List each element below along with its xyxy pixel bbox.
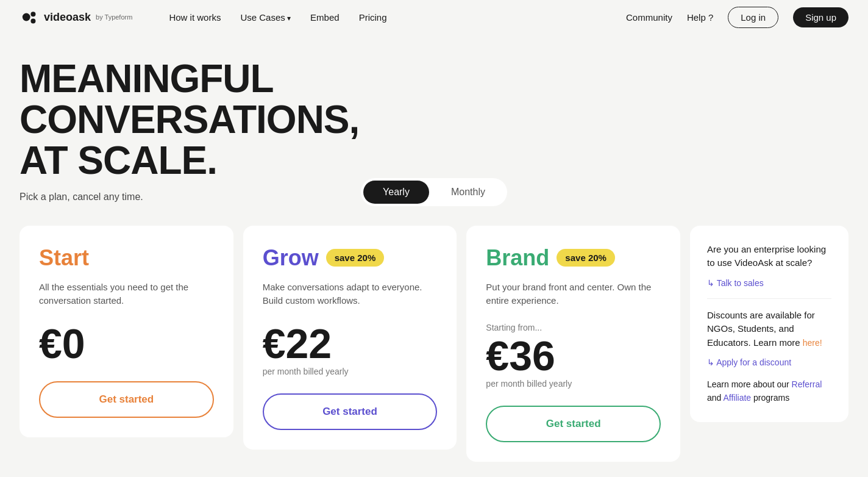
and-text: and — [707, 393, 721, 403]
plan-desc-start: All the essentials you need to get the c… — [39, 281, 214, 308]
nav-right-links: Community Help ? — [626, 12, 713, 23]
plan-card-grow: Grow save 20% Make conversations adapt t… — [243, 226, 457, 450]
hero-title: MEANINGFUL CONVERSATIONS, AT SCALE. — [20, 59, 276, 182]
enterprise-card: Are you an enterprise looking to use Vid… — [690, 226, 848, 422]
svg-point-2 — [30, 18, 35, 23]
navbar: videoask by Typeform How it works Use Ca… — [0, 0, 868, 34]
plan-billing-grow: per month billed yearly — [263, 367, 438, 376]
talk-to-sales-link[interactable]: Talk to sales — [707, 278, 764, 288]
get-started-brand[interactable]: Get started — [486, 406, 661, 442]
plan-name-brand: Brand — [486, 245, 549, 271]
svg-point-1 — [30, 12, 35, 16]
nav-use-cases[interactable]: Use Cases — [240, 12, 291, 23]
nav-help[interactable]: Help ? — [687, 12, 713, 23]
nav-pricing[interactable]: Pricing — [359, 12, 387, 23]
get-started-start[interactable]: Get started — [39, 381, 214, 418]
svg-point-0 — [23, 13, 30, 21]
save-badge-grow: save 20% — [326, 249, 385, 267]
affiliate-link[interactable]: Affiliate — [724, 393, 752, 403]
logo[interactable]: videoask by Typeform — [20, 7, 132, 27]
plan-price-brand: €36 — [486, 335, 661, 376]
nav-community[interactable]: Community — [626, 12, 672, 23]
plan-billing-brand: per month billed yearly — [486, 379, 661, 389]
discount-text: Discounts are available for NGOs, Studen… — [707, 309, 831, 350]
programs-text: programs — [753, 393, 789, 403]
plan-desc-brand: Put your brand front and center. Own the… — [486, 281, 661, 308]
monthly-toggle[interactable]: Monthly — [432, 181, 505, 204]
enterprise-divider — [707, 298, 831, 299]
plan-header-start: Start — [39, 245, 214, 271]
toggle-wrapper: Yearly Monthly — [361, 178, 507, 206]
discount-here-link[interactable]: here! — [803, 338, 822, 348]
plan-name-start: Start — [39, 245, 89, 271]
referral-prefix: Learn more about our — [707, 379, 789, 389]
logo-by: by Typeform — [96, 13, 132, 21]
nav-links: How it works Use Cases Embed Pricing — [169, 12, 626, 23]
login-button[interactable]: Log in — [728, 7, 778, 28]
yearly-toggle[interactable]: Yearly — [363, 181, 429, 204]
plan-price-grow: €22 — [263, 323, 438, 364]
nav-how-it-works[interactable]: How it works — [169, 12, 221, 23]
apply-discount-link[interactable]: Apply for a discount — [707, 357, 791, 367]
logo-text: videoask — [44, 11, 91, 24]
referral-link[interactable]: Referral — [792, 379, 822, 389]
discount-prefix: Discounts are available for NGOs, Studen… — [707, 310, 815, 348]
nav-right: Community Help ? Log in Sign up — [626, 7, 848, 28]
plan-starting-brand: Starting from... — [486, 323, 661, 332]
nav-embed[interactable]: Embed — [310, 12, 340, 23]
signup-button[interactable]: Sign up — [793, 7, 848, 27]
plan-name-grow: Grow — [263, 245, 319, 271]
enterprise-text: Are you an enterprise looking to use Vid… — [707, 243, 831, 270]
pricing-section: Start All the essentials you need to get… — [0, 226, 868, 462]
plan-header-grow: Grow save 20% — [263, 245, 438, 271]
get-started-grow[interactable]: Get started — [263, 393, 438, 430]
logo-icon — [20, 7, 39, 27]
save-badge-brand: save 20% — [557, 249, 615, 267]
plan-card-brand: Brand save 20% Put your brand front and … — [466, 226, 680, 462]
referral-section: Learn more about our Referral and Affili… — [707, 378, 831, 405]
plan-desc-grow: Make conversations adapt to everyone. Bu… — [263, 281, 438, 308]
plan-card-start: Start All the essentials you need to get… — [20, 226, 233, 437]
plan-header-brand: Brand save 20% — [486, 245, 661, 271]
plan-price-start: €0 — [39, 323, 214, 364]
